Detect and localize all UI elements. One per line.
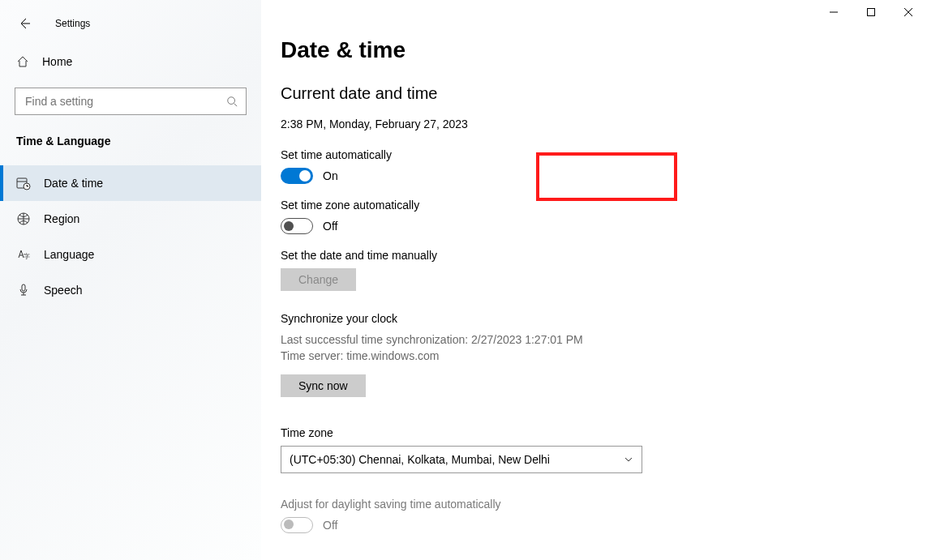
page-heading: Date & time bbox=[281, 37, 691, 63]
sync-server: Time server: time.windows.com bbox=[281, 348, 691, 364]
nav-label: Speech bbox=[44, 284, 82, 297]
search-input[interactable] bbox=[24, 94, 226, 109]
current-datetime: 2:38 PM, Monday, February 27, 2023 bbox=[281, 118, 691, 130]
dst-label: Adjust for daylight saving time automati… bbox=[281, 498, 691, 511]
dst-state: Off bbox=[323, 519, 337, 532]
chevron-down-icon bbox=[624, 455, 633, 464]
nav-item-language[interactable]: 字 Language bbox=[0, 237, 261, 272]
sync-last: Last successful time synchronization: 2/… bbox=[281, 331, 691, 348]
timezone-select[interactable]: (UTC+05:30) Chennai, Kolkata, Mumbai, Ne… bbox=[281, 446, 642, 473]
back-button[interactable] bbox=[16, 15, 32, 32]
sidebar: Settings Home Time & Language Date & bbox=[0, 0, 261, 560]
minimize-button[interactable] bbox=[815, 0, 852, 24]
nav-label: Region bbox=[44, 212, 79, 225]
home-icon bbox=[16, 55, 29, 68]
nav-label: Date & time bbox=[44, 177, 103, 190]
home-nav[interactable]: Home bbox=[0, 47, 261, 76]
section-title: Time & Language bbox=[0, 135, 261, 147]
titlebar: Settings bbox=[0, 0, 261, 36]
set-time-auto-state: On bbox=[323, 169, 338, 182]
main: Date & time Current date and time 2:38 P… bbox=[261, 0, 927, 560]
sync-info: Last successful time synchronization: 2/… bbox=[281, 331, 691, 365]
nav-item-date-time[interactable]: Date & time bbox=[0, 165, 261, 201]
window-controls bbox=[815, 0, 927, 24]
timezone-value: (UTC+05:30) Chennai, Kolkata, Mumbai, Ne… bbox=[290, 453, 550, 466]
calendar-clock-icon bbox=[16, 176, 31, 190]
microphone-icon bbox=[16, 283, 31, 297]
set-tz-auto-toggle[interactable] bbox=[281, 218, 313, 234]
svg-rect-6 bbox=[868, 9, 875, 16]
svg-rect-5 bbox=[22, 284, 25, 291]
maximize-button[interactable] bbox=[852, 0, 890, 24]
change-button: Change bbox=[281, 268, 356, 291]
nav-item-region[interactable]: Region bbox=[0, 201, 261, 237]
dst-toggle bbox=[281, 517, 313, 533]
tz-label: Time zone bbox=[281, 426, 691, 439]
sync-now-button[interactable]: Sync now bbox=[281, 374, 366, 397]
nav-list: Date & time Region 字 Language Speech bbox=[0, 165, 261, 308]
home-label: Home bbox=[42, 55, 72, 68]
window-title: Settings bbox=[55, 18, 90, 29]
current-heading: Current date and time bbox=[281, 84, 691, 103]
set-time-auto-label: Set time automatically bbox=[281, 148, 691, 161]
nav-item-speech[interactable]: Speech bbox=[0, 272, 261, 308]
svg-text:字: 字 bbox=[24, 253, 30, 260]
language-icon: 字 bbox=[16, 247, 31, 262]
nav-label: Language bbox=[44, 248, 94, 261]
sync-heading: Synchronize your clock bbox=[281, 312, 691, 325]
svg-point-0 bbox=[228, 97, 235, 105]
set-time-auto-toggle[interactable] bbox=[281, 168, 313, 184]
set-tz-auto-state: Off bbox=[323, 220, 337, 233]
search-box[interactable] bbox=[15, 88, 247, 115]
search-icon bbox=[226, 96, 238, 107]
globe-icon bbox=[16, 212, 31, 226]
close-button[interactable] bbox=[890, 0, 927, 24]
set-tz-auto-label: Set time zone automatically bbox=[281, 199, 691, 212]
set-manual-label: Set the date and time manually bbox=[281, 249, 691, 262]
